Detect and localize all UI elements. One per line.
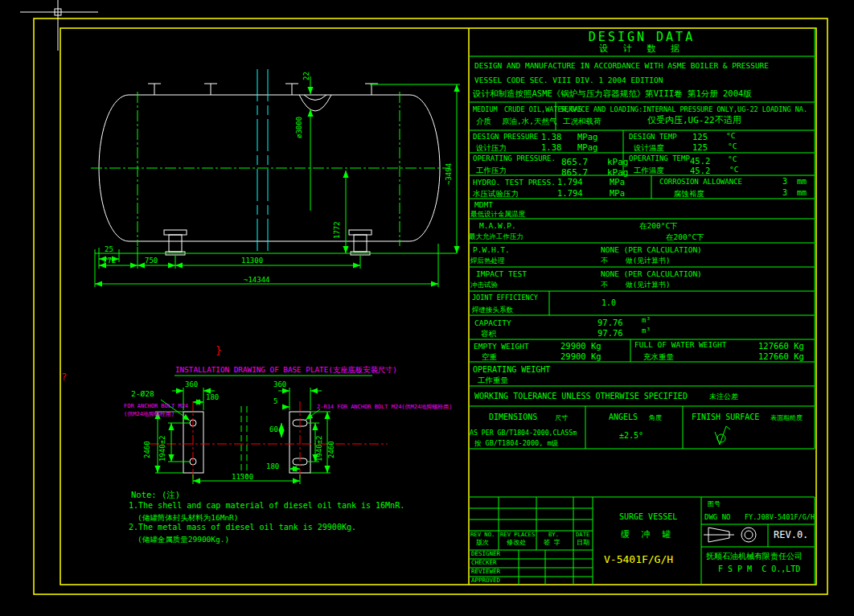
capacity-label: CAPACITY <box>474 319 511 327</box>
design-temp-label-cn: 设计温度 <box>634 144 664 152</box>
crosshair-cursor <box>20 0 98 51</box>
dimensions-label: DIMENSIONS <box>489 413 537 421</box>
dim-772: 772 <box>103 257 116 265</box>
vessel-tag: V-5401F/G/H <box>604 554 673 565</box>
rev-places-label-cn: 修改处 <box>507 540 526 546</box>
medium-label-cn: 介质 <box>476 117 491 125</box>
dim-3000: ø3000 <box>296 117 303 138</box>
hydro-test-label: HYDRO. TEST PRESS. <box>473 179 556 187</box>
full-water-label: FULL OF WATER WEIGHT <box>634 341 726 349</box>
dim-60: 60 <box>269 426 278 433</box>
impact-label: IMPACT TEST <box>476 270 527 278</box>
empty-weight-label-cn: 空重 <box>482 353 497 361</box>
pwht-label: P.W.H.T. <box>473 246 510 254</box>
dimensions-label-cn: 尺寸 <box>555 415 568 421</box>
anchor-note2: 2-R14 FOR ANCHOR BOLT M24(供M24地脚螺栓用) <box>317 405 452 410</box>
design-temp-unit: °C <box>726 132 735 140</box>
dim-180-left: 180 <box>206 394 219 401</box>
dim-750: 750 <box>145 257 158 265</box>
design-pressure-unit: MPag <box>577 133 597 142</box>
date-label-cn: 日期 <box>577 540 589 546</box>
impact-label-cn: 冲击试验 <box>470 281 498 289</box>
rev-no-label-cn: 版次 <box>476 540 489 546</box>
operating-temp-value: 45.2 <box>690 157 710 166</box>
plate-dimensions <box>155 376 372 484</box>
stray-red-mark: ? <box>61 372 67 382</box>
hydro-test-unit: MPa <box>610 178 625 187</box>
mawp-value2: 在200°C下 <box>666 233 704 241</box>
corrosion-value: 3 <box>782 178 787 186</box>
design-pressure-unit2: MPag <box>577 143 597 152</box>
corrosion-unit2: mm <box>797 189 807 197</box>
medium-label: MEDIUM <box>473 106 498 113</box>
cad-viewport[interactable]: DESIGN DATA 设 计 数 据 DESIGN AND MANUFACTU… <box>0 0 854 616</box>
joint-label-cn: 焊缝接头系数 <box>472 306 513 314</box>
hydro-test-value: 1.794 <box>557 178 583 187</box>
dim-360-right: 360 <box>273 381 286 388</box>
dimensions-value2: 按 GB/T1804-2000, m级 <box>474 440 558 447</box>
dim-5: 5 <box>273 398 277 405</box>
code-line-cn: 设计和制造按照ASME《锅炉与压力容器规范》第VIII卷 第1分册 2004版 <box>473 89 752 98</box>
joint-label: JOINT EFFICIENCY <box>472 294 538 302</box>
angels-label-cn: 角度 <box>649 415 662 421</box>
revision-cloud-mark: } <box>216 345 222 355</box>
corrosion-label: CORROSION ALLOWANCE <box>659 179 742 186</box>
operating-pressure-unit2: kPag <box>607 168 629 177</box>
tolerance-label-cn: 未注公差 <box>709 393 738 400</box>
date-label: DATE <box>576 532 589 537</box>
angels-value: ±2.5° <box>619 432 643 440</box>
pwht-label-cn: 焊后热处理 <box>470 257 505 265</box>
service-label: SERVICE AND LOADING:INTERNAL PRESSURE ON… <box>560 106 807 113</box>
operating-pressure-label-cn: 工作压力 <box>476 166 507 175</box>
design-temp-value: 125 <box>692 133 708 142</box>
tolerance-label: WORKING TOLERANCE UNLESS OTHERWISE SPECI… <box>474 392 688 400</box>
role-approved: APPROVED <box>471 577 500 584</box>
empty-weight-value: 29900 Kg <box>560 342 601 351</box>
role-reviewer: REVIEWER <box>471 569 500 575</box>
mawp-label: M.A.W.P. <box>479 222 516 230</box>
rev-badge: REV.0. <box>774 530 808 540</box>
projection-symbol <box>704 528 756 542</box>
dim-3494: ~3494 <box>445 163 453 185</box>
full-water-value2: 127660 Kg <box>758 352 804 361</box>
corrosion-value2: 3 <box>782 189 787 197</box>
operating-weight-label-cn: 工作重量 <box>478 376 508 384</box>
code-line1: DESIGN AND MANUFACTURE IN ACCORDANCE WIT… <box>474 62 769 70</box>
capacity-value: 97.76 <box>597 318 623 327</box>
pwht-value: NONE (PER CALCULATION) <box>601 246 702 254</box>
operating-weight-label: OPERATING WEIGHT <box>473 366 550 374</box>
dim-14344: ~14344 <box>244 277 270 284</box>
dwg-no: FY.J08V-5401F/G/H <box>745 514 815 521</box>
dim-11300-plates: 11300 <box>232 474 253 481</box>
design-temp-unit2: °C <box>728 142 737 150</box>
finish-label: FINISH SURFACE <box>692 413 759 421</box>
dim-25: 25 <box>105 246 113 253</box>
impact-value-cn: 不 做(见计算书) <box>601 281 671 289</box>
notes-heading: Note: (注) <box>131 491 180 499</box>
design-data-title-cn: 设 计 数 据 <box>469 44 815 53</box>
notes-line2-cn: (储罐金属质量29900Kg.) <box>138 536 229 544</box>
dwg-label: DWG NO <box>704 514 731 521</box>
capacity-value2: 97.76 <box>597 329 623 338</box>
mawp-value: 在200°C下 <box>639 222 678 230</box>
pwht-value-cn: 不 做(见计算书) <box>601 257 671 265</box>
lifting-lugs <box>148 84 378 95</box>
rev-no-label: REV NO. <box>470 532 495 537</box>
company-name-en: F S P M C O.,LTD <box>718 565 800 573</box>
bolt-holes-label: 2-Ø28 <box>131 390 154 398</box>
dim-2460-right: 2460 <box>328 441 335 458</box>
finish-surface-icon <box>715 426 730 445</box>
by-label-cn: 签 字 <box>544 540 560 546</box>
empty-weight-value2: 29900 Kg <box>560 352 601 361</box>
impact-value: NONE (PER CALCULATION) <box>601 270 702 278</box>
operating-temp-label: OPERATING TEMP <box>629 155 690 162</box>
dim-22: 22 <box>303 72 310 80</box>
vessel-dimensions <box>95 76 460 287</box>
dim-1772: 1772 <box>334 221 341 239</box>
operating-temp-value2: 45.2 <box>690 166 710 175</box>
manhole-nozzle <box>299 95 331 111</box>
mdmt-label: MDMT <box>474 201 493 209</box>
operating-temp-label-cn: 工作温度 <box>634 166 664 175</box>
install-title: INSTALLATION DRAWING OF BASE PLATE(支座底板安… <box>175 366 397 373</box>
dim-1940-right: 1940±2 <box>316 435 323 462</box>
